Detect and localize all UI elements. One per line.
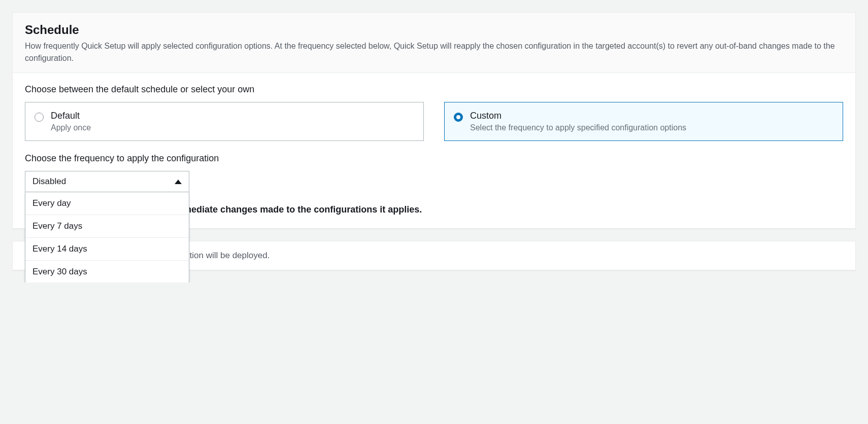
frequency-option-every-7-days[interactable]: Every 7 days <box>25 215 189 237</box>
schedule-option-custom-desc: Select the frequency to apply specified … <box>470 123 686 132</box>
schedule-option-custom[interactable]: Custom Select the frequency to apply spe… <box>444 102 843 141</box>
schedule-option-default[interactable]: Default Apply once <box>25 102 424 141</box>
radio-icon <box>35 113 44 122</box>
frequency-option-every-14-days[interactable]: Every 14 days <box>25 237 189 260</box>
schedule-option-default-title: Default <box>51 111 91 121</box>
schedule-radio-group: Default Apply once Custom Select the fre… <box>25 102 843 141</box>
frequency-option-every-day[interactable]: Every day <box>25 192 189 215</box>
frequency-select-button[interactable]: Disabled <box>25 171 189 192</box>
frequency-selected-value: Disabled <box>32 176 66 187</box>
caret-up-icon <box>175 180 182 184</box>
schedule-subtitle: How frequently Quick Setup will apply se… <box>25 40 843 64</box>
schedule-choice-label: Choose between the default schedule or s… <box>25 84 843 95</box>
schedule-title: Schedule <box>25 23 843 37</box>
frequency-select-listbox: Every day Every 7 days Every 14 days Eve… <box>25 192 189 282</box>
schedule-option-custom-title: Custom <box>470 111 686 121</box>
frequency-option-every-30-days[interactable]: Every 30 days <box>25 260 189 282</box>
frequency-label: Choose the frequency to apply the config… <box>25 153 843 164</box>
schedule-card-header: Schedule How frequently Quick Setup will… <box>13 13 855 73</box>
schedule-option-default-desc: Apply once <box>51 123 91 132</box>
schedule-card: Schedule How frequently Quick Setup will… <box>12 12 856 229</box>
frequency-select: Disabled Every day Every 7 days Every 14… <box>25 171 189 192</box>
radio-icon <box>454 113 463 122</box>
schedule-card-body: Choose between the default schedule or s… <box>13 73 855 228</box>
